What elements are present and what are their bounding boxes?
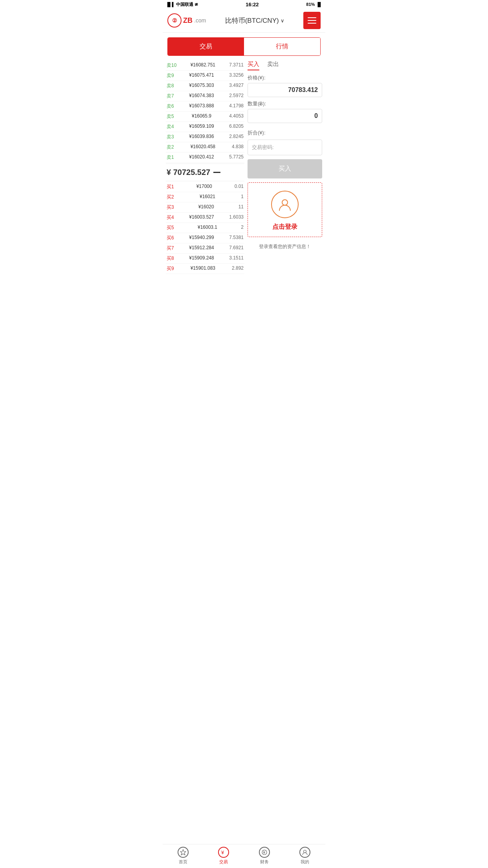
buy-button[interactable]: 买入 (248, 159, 322, 178)
status-bar: ▐▌▌ 中国联通 ≇ 16:22 81% ▐▌ (163, 0, 325, 9)
total-label: 折合(¥): (248, 129, 266, 136)
buy-price: ¥15940.299 (174, 235, 229, 241)
buy-label: 买4 (167, 214, 174, 221)
battery-percent: 81% (306, 2, 315, 7)
buy-amount: 2 (241, 224, 244, 231)
buy-order-row[interactable]: 买9 ¥15901.083 2.892 (166, 264, 244, 274)
sell-label: 卖1 (167, 154, 174, 161)
buy-amount: 3.1511 (229, 255, 244, 262)
sell-order-row[interactable]: 卖5 ¥16065.9 4.4053 (166, 112, 244, 122)
sell-order-row[interactable]: 卖1 ¥16020.412 5.7725 (166, 153, 244, 163)
buy-label: 买6 (167, 235, 174, 241)
sell-order-row[interactable]: 卖7 ¥16074.383 2.5972 (166, 91, 244, 101)
buy-order-row[interactable]: 买2 ¥16021 1 (166, 192, 244, 202)
price-input[interactable] (252, 86, 318, 94)
price-label: 价格(¥): (248, 74, 322, 81)
amount-input[interactable] (252, 112, 318, 120)
order-book: 卖10 ¥16082.751 7.3711 卖9 ¥16075.471 3.32… (166, 61, 244, 274)
sell-order-row[interactable]: 卖4 ¥16059.109 6.8205 (166, 122, 244, 132)
sell-order-row[interactable]: 卖3 ¥16039.836 2.8245 (166, 132, 244, 142)
sell-order-row[interactable]: 卖10 ¥16082.751 7.3711 (166, 61, 244, 71)
buy-amount: 11 (238, 204, 244, 211)
buy-label: 买8 (167, 255, 174, 262)
sell-label: 卖9 (167, 72, 174, 79)
logo-icon: ② (167, 13, 182, 28)
password-field-group: 交易密码: (248, 140, 322, 155)
sell-orders: 卖10 ¥16082.751 7.3711 卖9 ¥16075.471 3.32… (166, 61, 244, 163)
logo-domain: .com (194, 17, 206, 24)
sell-amount: 7.3711 (229, 62, 244, 69)
tab-trade[interactable]: 交易 (168, 38, 244, 55)
buy-price: ¥15909.248 (174, 255, 229, 262)
wifi-icon: ≇ (194, 2, 198, 7)
trade-tab-buy[interactable]: 买入 (248, 61, 259, 70)
trade-tab-sell[interactable]: 卖出 (267, 61, 279, 70)
pair-name: 比特币(BTC/CNY) (225, 16, 279, 25)
sell-amount: 3.4927 (229, 83, 244, 89)
buy-amount: 7.6921 (229, 245, 244, 252)
sell-label: 卖5 (167, 113, 174, 120)
sell-amount: 6.8205 (229, 123, 244, 130)
buy-label: 买1 (167, 184, 174, 190)
buy-order-row[interactable]: 买1 ¥17000 0.01 (166, 182, 244, 192)
trade-tab-bar: 买入 卖出 (248, 61, 322, 70)
total-row: 折合(¥): (248, 126, 322, 140)
sell-price: ¥16075.471 (174, 72, 229, 79)
buy-amount: 1 (241, 194, 244, 200)
buy-order-row[interactable]: 买4 ¥16003.527 1.6033 (166, 213, 244, 223)
amount-input-wrapper[interactable] (248, 109, 322, 123)
sell-label: 卖10 (167, 62, 176, 69)
sell-order-row[interactable]: 卖8 ¥16075.303 3.4927 (166, 81, 244, 91)
login-text: 点击登录 (272, 223, 297, 231)
sell-label: 卖3 (167, 134, 174, 140)
carrier: 中国联通 (176, 2, 193, 7)
buy-price: ¥16003.1 (174, 224, 241, 231)
price-field-group: 价格(¥): (248, 74, 322, 97)
sell-price: ¥16075.303 (174, 83, 229, 89)
sell-price: ¥16073.888 (174, 103, 229, 110)
price-input-wrapper[interactable] (248, 83, 322, 97)
login-icon (271, 191, 299, 218)
tab-market[interactable]: 行情 (244, 38, 320, 55)
sell-order-row[interactable]: 卖2 ¥16020.458 4.838 (166, 142, 244, 153)
chevron-down-icon: ∨ (281, 18, 284, 24)
sell-label: 卖7 (167, 93, 174, 99)
password-label: 交易密码: (252, 144, 274, 150)
sell-label: 卖8 (167, 83, 174, 89)
sell-price: ¥16065.9 (174, 113, 229, 120)
password-row[interactable]: 交易密码: (248, 140, 322, 155)
sell-order-row[interactable]: 卖6 ¥16073.888 4.1798 (166, 101, 244, 112)
sell-price: ¥16074.383 (174, 93, 229, 99)
buy-order-row[interactable]: 买3 ¥16020 11 (166, 202, 244, 213)
buy-order-row[interactable]: 买7 ¥15912.284 7.6921 (166, 243, 244, 254)
main-tab-bar: 交易 行情 (167, 37, 321, 56)
buy-price: ¥17000 (174, 184, 235, 190)
sell-price: ¥16082.751 (176, 62, 229, 69)
sell-amount: 4.1798 (229, 103, 244, 110)
sell-label: 卖4 (167, 123, 174, 130)
header-title[interactable]: 比特币(BTC/CNY) ∨ (225, 16, 284, 25)
buy-amount: 1.6033 (229, 214, 244, 221)
amount-field-group: 数量(Ƀ): (248, 100, 322, 123)
menu-button[interactable] (303, 12, 321, 29)
buy-label: 买2 (167, 194, 174, 200)
amount-label: 数量(Ƀ): (248, 100, 322, 107)
sell-label: 卖6 (167, 103, 174, 110)
login-prompt[interactable]: 点击登录 (248, 182, 322, 237)
sell-amount: 4.4053 (229, 113, 244, 120)
sell-amount: 2.8245 (229, 134, 244, 140)
mid-price-value: ¥ 70725.527 (167, 168, 210, 177)
buy-order-row[interactable]: 买8 ¥15909.248 3.1511 (166, 254, 244, 264)
asset-info: 登录查看您的资产信息！ (248, 240, 322, 253)
main-content: 卖10 ¥16082.751 7.3711 卖9 ¥16075.471 3.32… (163, 61, 325, 274)
logo[interactable]: ② ZB .com (167, 13, 206, 28)
logo-text: ZB (183, 17, 193, 25)
buy-price: ¥15912.284 (174, 245, 229, 252)
buy-order-row[interactable]: 买5 ¥16003.1 2 (166, 223, 244, 233)
trade-panel: 买入 卖出 价格(¥): 数量(Ƀ): 折合(¥): (248, 61, 322, 274)
buy-amount: 7.5381 (229, 235, 244, 241)
sell-order-row[interactable]: 卖9 ¥16075.471 3.3256 (166, 71, 244, 81)
mid-price: ¥ 70725.527 (166, 164, 244, 181)
buy-order-row[interactable]: 买6 ¥15940.299 7.5381 (166, 233, 244, 243)
buy-orders: 买1 ¥17000 0.01 买2 ¥16021 1 买3 ¥16020 11 … (166, 182, 244, 274)
